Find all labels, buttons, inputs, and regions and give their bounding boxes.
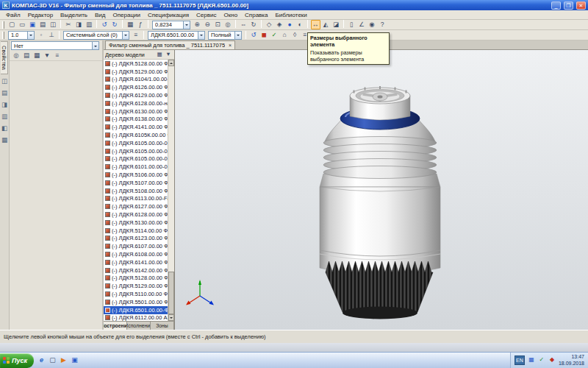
snap-toggle-button[interactable]: ◦ (37, 30, 46, 40)
redo-button[interactable]: ↻ (110, 20, 120, 29)
tree-item[interactable]: (-) ЛДКЯ.6105.00.00-01 Фил (104, 139, 168, 147)
info-button[interactable]: ◉ (368, 20, 377, 29)
close-tab-icon[interactable]: × (229, 43, 232, 48)
side-panel-icon-5[interactable]: ◧ (0, 124, 10, 133)
document-manager-button[interactable]: ▦ (126, 20, 135, 29)
side-panel-icon-3[interactable]: ◨ (0, 100, 10, 110)
tree-item[interactable]: (-) ЛДКЯ.6105.00.00-02 Фил (104, 147, 168, 155)
maximize-button[interactable]: ❐ (564, 1, 573, 10)
side-panel-icon-2[interactable]: ▤ (0, 88, 10, 98)
check-document-button[interactable]: ✓ (270, 30, 279, 40)
chevron-down-icon[interactable] (234, 32, 241, 39)
menu-item-7[interactable]: Сервис (193, 12, 220, 18)
tree-item[interactable]: (-) ЛДКЯ.6104/1.00.00-Faxsi (104, 76, 168, 84)
tree-tab-2[interactable]: Исполнения (127, 322, 151, 330)
menu-item-2[interactable]: Редактор (24, 12, 57, 18)
ortho-toggle-button[interactable]: ⊥ (47, 30, 57, 40)
tree-item[interactable]: (-) ЛДКЯ.5110.00.00 Фильтр (104, 290, 168, 298)
document-number-combo[interactable]: ЛДКЯ.6501.00.00 (148, 31, 205, 40)
variables-button[interactable]: ƒ (136, 20, 146, 29)
tree-item[interactable]: (-) ЛДКЯ.6126.00.00 Фильтр (104, 83, 168, 91)
tree-item[interactable]: (-) ЛДКЯ.6128.00.00-наверт (104, 99, 168, 107)
my-computer-icon[interactable]: ▣ (70, 355, 80, 366)
tree-tab-3[interactable]: Зоны (151, 322, 174, 330)
tree-item[interactable]: (-) ЛДКЯ.6105К.00.00 Фильтр (104, 131, 168, 139)
toolbar-grip[interactable] (2, 32, 4, 39)
viewport-3d[interactable] (175, 50, 588, 330)
help-button[interactable]: ? (378, 20, 387, 29)
layer-combo[interactable]: Системный слой (0) (63, 31, 129, 40)
side-panel-icon-6[interactable]: ▦ (0, 135, 10, 145)
start-button[interactable]: Пуск (0, 353, 34, 368)
save-document-button[interactable]: ▣ (28, 20, 37, 29)
props-sort-icon[interactable]: ▼ (43, 51, 52, 60)
shaded-button[interactable]: ● (285, 20, 295, 29)
wireframe-button[interactable]: ◇ (265, 20, 274, 29)
properties-filter-combo[interactable]: Нет (11, 41, 99, 50)
chevron-down-icon[interactable] (92, 42, 98, 49)
hide-objects-button[interactable]: ▯ (347, 20, 356, 29)
menu-item-3[interactable]: Выделить (57, 12, 91, 18)
menu-item-1[interactable]: Файл (2, 12, 24, 18)
menu-item-9[interactable]: Справка (241, 12, 271, 18)
tree-item[interactable]: (-) ЛДКЯ.5108.00.00 Фильтр (104, 187, 168, 195)
tree-scrollbar[interactable] (168, 60, 174, 321)
print-preview-button[interactable]: ◫ (49, 20, 58, 29)
zoom-area-button[interactable]: ⊡ (213, 20, 223, 29)
tree-item[interactable]: (-) ЛДКЯ.5501.00.00 Фильтр (104, 298, 168, 306)
document-tab[interactable]: Фильтр сменный для топлива _ 7511.111707… (105, 40, 235, 49)
grid-step-combo[interactable]: 1.0 (8, 31, 35, 40)
tree-item[interactable]: (-) ЛДКЯ.6113.00.00-Faxsi (104, 195, 168, 203)
internet-explorer-icon[interactable]: e (37, 355, 47, 366)
tree-item[interactable]: (-) ЛДКЯ.6142.00.00 Фильтр (104, 266, 168, 275)
chevron-down-icon[interactable] (183, 21, 190, 29)
properties-panel-tab[interactable]: Свойства (1, 41, 8, 74)
tree-item[interactable]: (-) ЛДКЯ.6127.00.00 Фильтр (104, 202, 168, 210)
open-document-button[interactable]: ▭ (18, 20, 27, 29)
tree-item[interactable]: (-) ЛДКЯ.6141.00.00 Фильтр (104, 258, 168, 266)
close-button[interactable]: ✕ (576, 1, 586, 10)
tree-item[interactable]: (-) ЛДКЯ.5106.00.00 Фильтр (104, 171, 168, 179)
cut-button[interactable]: ✂ (64, 20, 74, 29)
props-list-icon[interactable]: ▤ (22, 51, 32, 60)
tree-item[interactable]: (-) ЛДКЯ.5130.00.00 Фильтр (104, 219, 168, 227)
tray-icon-1[interactable]: ▦ (527, 356, 535, 364)
language-indicator[interactable]: EN (514, 355, 525, 365)
scroll-up-icon[interactable] (168, 60, 174, 66)
zoom-out-button[interactable]: ⊖ (203, 20, 212, 29)
scroll-down-icon[interactable] (168, 314, 174, 321)
local-frame-button[interactable]: ⌂ (280, 30, 290, 40)
tree-item[interactable]: (-) ЛДКЯ.4141.00.00 Фильтр (104, 123, 168, 131)
side-panel-icon-4[interactable]: ▥ (0, 112, 10, 121)
detail-level-combo[interactable]: Полный (208, 31, 242, 40)
side-panel-icon-1[interactable]: ◫ (0, 77, 10, 86)
hidden-lines-button[interactable]: ◈ (275, 20, 284, 29)
tray-icon-2[interactable]: ✓ (537, 356, 545, 364)
tree-item[interactable]: (-) ЛДКЯ.6112.00.00 Аэро (104, 314, 168, 322)
tree-item[interactable]: (-) ЛДКЯ.6129.00.00 Фильтр (104, 91, 168, 99)
zoom-in-button[interactable]: ⊕ (193, 20, 202, 29)
minimize-button[interactable]: _ (551, 1, 561, 10)
shaded-edges-button[interactable]: ◐ (295, 20, 305, 29)
chevron-down-icon[interactable] (122, 32, 129, 39)
tree-item[interactable]: (-) ЛДКЯ.5129.00.00 Фильтр (104, 282, 168, 290)
tree-item[interactable]: (-) ЛДКЯ.6105.00.00-01 Fax (104, 155, 168, 163)
scrollbar-track[interactable] (168, 66, 174, 314)
undo-button[interactable]: ↺ (100, 20, 110, 29)
rebuild-button[interactable]: ↺ (249, 30, 259, 40)
scrollbar-thumb[interactable] (168, 272, 174, 314)
pan-button[interactable]: ⇔ (239, 20, 248, 29)
section-view-button[interactable]: ◪ (331, 20, 341, 29)
tree-item[interactable]: (-) ЛДКЯ.5128.00.00 Фильтр (104, 275, 168, 283)
menu-item-4[interactable]: Вид (91, 12, 109, 18)
tree-structure-icon[interactable]: ▦ (156, 50, 164, 60)
tree-item[interactable]: (-) ЛДКЯ.6501.00.00-Ф (104, 306, 168, 314)
tree-item[interactable]: (-) ЛДКЯ.5107.00.00 Фильтр (104, 179, 168, 187)
tree-item[interactable]: (-) ЛДКЯ.5128.00.00 Фильтр (104, 60, 168, 68)
print-button[interactable]: ▤ (38, 20, 48, 29)
chevron-down-icon[interactable] (27, 32, 34, 39)
show-desktop-icon[interactable]: ▢ (48, 355, 58, 366)
props-tree-icon[interactable]: ▦ (32, 51, 42, 60)
measure-button[interactable]: ∠ (357, 20, 367, 29)
tree-item[interactable]: (-) ЛДКЯ.6101.00.00-01 Fax (104, 163, 168, 171)
